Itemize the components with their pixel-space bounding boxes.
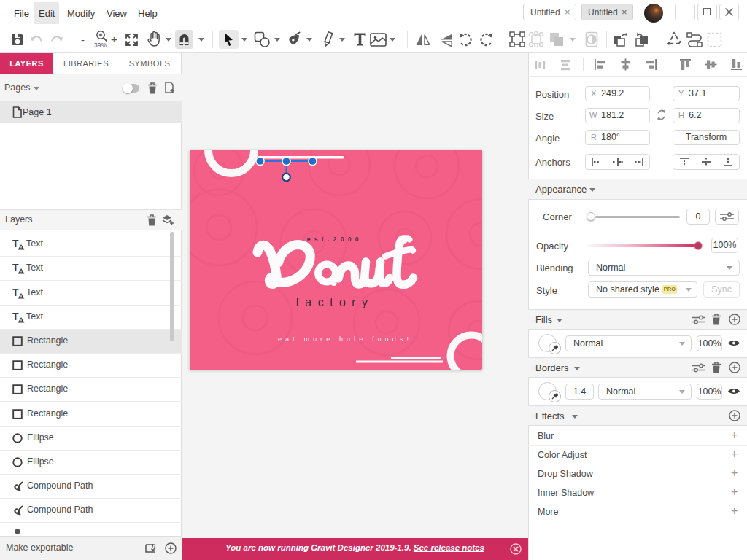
- svg-text:T: T: [12, 287, 19, 298]
- svg-text:eat more hole foods!: eat more hole foods!: [278, 335, 412, 343]
- svg-text:est.2000: est.2000: [307, 236, 363, 243]
- svg-text:T: T: [12, 311, 19, 322]
- svg-text:T: T: [12, 238, 19, 249]
- svg-text:factory: factory: [296, 295, 374, 308]
- svg-text:T: T: [12, 262, 19, 273]
